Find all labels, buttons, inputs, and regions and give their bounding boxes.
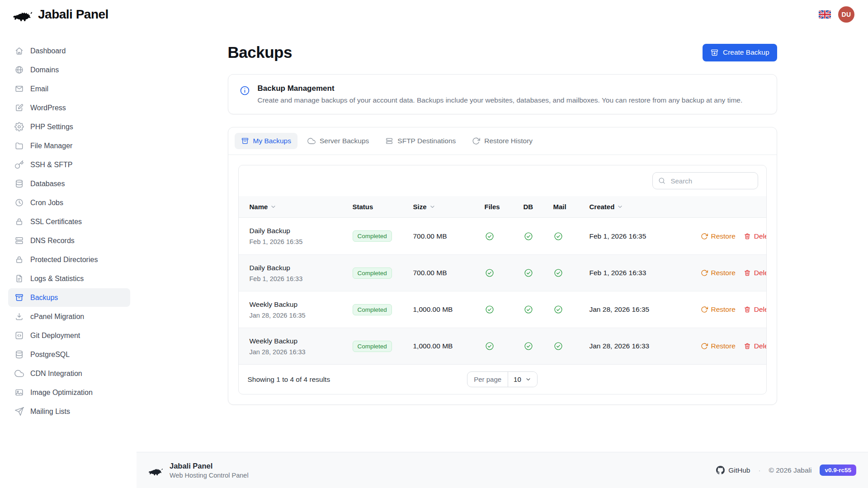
sidebar-item-git-deployment[interactable]: Git Deployment — [8, 326, 130, 345]
column-header-created[interactable]: Created — [590, 203, 701, 211]
github-link[interactable]: GitHub — [716, 466, 750, 474]
status-badge: Completed — [353, 304, 392, 315]
key-icon — [14, 160, 24, 169]
sidebar-item-php-settings[interactable]: PHP Settings — [8, 117, 130, 136]
app-logo[interactable]: Jabali Panel — [13, 7, 108, 22]
language-flag-button[interactable] — [819, 10, 831, 19]
backup-created: Jan 28, 2026 16:33 — [590, 342, 701, 350]
footer: Jabali Panel Web Hosting Control Panel G… — [137, 452, 868, 488]
status-badge: Completed — [353, 230, 392, 242]
sidebar-item-file-manager[interactable]: File Manager — [8, 136, 130, 155]
archive-down-icon — [710, 48, 719, 57]
mail-included-check — [553, 341, 590, 351]
globe-icon — [14, 65, 24, 75]
github-label: GitHub — [728, 466, 750, 474]
sidebar-item-dashboard[interactable]: Dashboard — [8, 42, 130, 60]
sidebar-item-label: PHP Settings — [30, 123, 73, 131]
sidebar-item-protected-directories[interactable]: Protected Directories — [8, 250, 130, 269]
delete-button[interactable]: Delete — [744, 305, 767, 314]
clock-icon — [14, 198, 24, 207]
restore-button[interactable]: Restore — [701, 305, 736, 314]
backup-date: Jan 28, 2026 16:35 — [250, 312, 353, 319]
column-label: Name — [250, 203, 268, 211]
backup-management-info-card: Backup Management Create and manage back… — [228, 74, 777, 114]
sidebar-item-dns-records[interactable]: DNS Records — [8, 231, 130, 250]
footer-separator: · — [758, 466, 760, 474]
table-row: Weekly BackupJan 28, 2026 16:35Completed… — [239, 291, 766, 328]
db-included-check — [524, 231, 553, 241]
file-text-icon — [14, 274, 24, 283]
backup-name-cell: Daily BackupFeb 1, 2026 16:35 — [250, 227, 353, 245]
send-icon — [14, 407, 24, 416]
mail-icon — [14, 84, 24, 94]
backup-name-cell: Daily BackupFeb 1, 2026 16:33 — [250, 264, 353, 282]
create-backup-button[interactable]: Create Backup — [703, 44, 777, 61]
create-backup-label: Create Backup — [723, 48, 769, 56]
version-badge: v0.9-rc55 — [820, 465, 856, 476]
refresh-icon — [701, 233, 708, 240]
tab-restore-history[interactable]: Restore History — [466, 133, 539, 149]
column-label: Created — [590, 203, 615, 211]
tab-my-backups[interactable]: My Backups — [235, 133, 297, 149]
lock-icon — [14, 217, 24, 226]
page-title: Backups — [228, 43, 292, 61]
info-icon — [239, 84, 250, 104]
sidebar-item-email[interactable]: Email — [8, 80, 130, 98]
sidebar-item-label: DNS Records — [30, 237, 75, 245]
delete-button[interactable]: Delete — [744, 232, 767, 240]
sidebar-item-label: Git Deployment — [30, 332, 80, 340]
check-circle-icon — [485, 341, 495, 351]
sidebar-item-ssl-certificates[interactable]: SSL Certificates — [8, 212, 130, 231]
check-circle-icon — [553, 305, 563, 314]
sidebar-item-cpanel-migration[interactable]: cPanel Migration — [8, 307, 130, 326]
info-title: Backup Management — [258, 84, 743, 93]
sidebar-item-label: Email — [30, 85, 48, 93]
delete-button[interactable]: Delete — [744, 269, 767, 277]
backup-date: Feb 1, 2026 16:33 — [250, 275, 353, 282]
sidebar-item-databases[interactable]: Databases — [8, 174, 130, 193]
user-avatar[interactable]: DU — [838, 6, 854, 23]
info-icon — [239, 85, 250, 96]
chevron-down-icon — [270, 203, 277, 210]
boar-logo-icon — [13, 7, 33, 22]
per-page-select[interactable]: 10 — [508, 372, 537, 387]
sidebar-item-cdn-integration[interactable]: CDN Integration — [8, 364, 130, 383]
tab-label: Restore History — [484, 137, 533, 145]
sidebar-item-label: Dashboard — [30, 47, 66, 55]
refresh-icon — [701, 343, 708, 350]
database-icon — [14, 350, 24, 359]
tab-server-backups[interactable]: Server Backups — [301, 133, 375, 149]
sidebar-item-label: Logs & Statistics — [30, 275, 84, 283]
sidebar-item-wordpress[interactable]: WordPress — [8, 99, 130, 117]
sidebar-item-logs-statistics[interactable]: Logs & Statistics — [8, 269, 130, 288]
column-header-name[interactable]: Name — [250, 203, 353, 211]
column-header-db: DB — [524, 203, 553, 211]
sidebar-item-cron-jobs[interactable]: Cron Jobs — [8, 193, 130, 212]
delete-button[interactable]: Delete — [744, 342, 767, 350]
tab-label: Server Backups — [320, 137, 369, 145]
table-row: Weekly BackupJan 28, 2026 16:33Completed… — [239, 328, 766, 364]
backup-size: 1,000.00 MB — [413, 342, 485, 350]
check-circle-icon — [524, 305, 533, 314]
results-summary: Showing 1 to 4 of 4 results — [248, 375, 467, 384]
sidebar-item-image-optimization[interactable]: Image Optimization — [8, 383, 130, 402]
backup-date: Jan 28, 2026 16:33 — [250, 348, 353, 356]
check-circle-icon — [553, 268, 563, 278]
backup-name: Daily Backup — [250, 227, 353, 235]
restore-button[interactable]: Restore — [701, 232, 736, 240]
column-header-size[interactable]: Size — [413, 203, 485, 211]
search-input[interactable] — [652, 172, 758, 189]
column-label: Mail — [553, 203, 566, 211]
row-actions: RestoreDelete — [701, 342, 767, 350]
sidebar-item-postgresql[interactable]: PostgreSQL — [8, 345, 130, 364]
backup-name: Weekly Backup — [250, 300, 353, 309]
sidebar-item-backups[interactable]: Backups — [8, 288, 130, 307]
sidebar-item-mailing-lists[interactable]: Mailing Lists — [8, 402, 130, 421]
sidebar-item-ssh-sftp[interactable]: SSH & SFTP — [8, 155, 130, 174]
restore-button[interactable]: Restore — [701, 269, 736, 277]
mail-included-check — [553, 305, 590, 314]
tab-sftp-destinations[interactable]: SFTP Destinations — [379, 133, 462, 149]
sidebar-item-domains[interactable]: Domains — [8, 61, 130, 79]
restore-button[interactable]: Restore — [701, 342, 736, 350]
sidebar-item-label: Domains — [30, 66, 59, 74]
